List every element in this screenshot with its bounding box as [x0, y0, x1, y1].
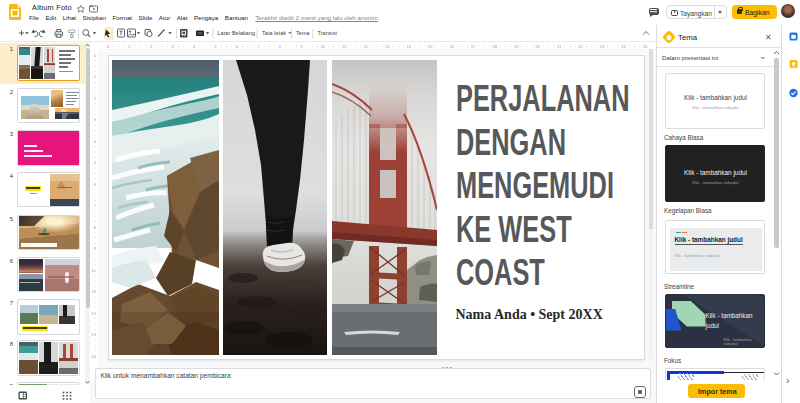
- svg-text:9: 9: [300, 44, 303, 49]
- svg-text:24: 24: [621, 44, 626, 49]
- svg-text:7: 7: [94, 203, 97, 208]
- svg-text:4: 4: [193, 44, 196, 49]
- svg-text:11: 11: [342, 44, 347, 49]
- svg-text:21: 21: [557, 44, 562, 49]
- svg-text:18: 18: [492, 44, 497, 49]
- svg-text:8: 8: [94, 225, 97, 230]
- svg-text:11: 11: [92, 289, 97, 294]
- svg-text:7: 7: [257, 44, 260, 49]
- svg-text:3: 3: [171, 44, 174, 49]
- svg-text:6: 6: [94, 182, 97, 187]
- svg-text:1: 1: [94, 74, 97, 79]
- svg-text:16: 16: [449, 44, 454, 49]
- svg-text:10: 10: [91, 268, 96, 273]
- svg-text:19: 19: [514, 44, 519, 49]
- svg-text:12: 12: [363, 44, 368, 49]
- svg-text:23: 23: [600, 44, 605, 49]
- svg-text:13: 13: [91, 332, 96, 337]
- svg-text:15: 15: [428, 44, 433, 49]
- svg-text:5: 5: [94, 160, 97, 165]
- svg-text:12: 12: [91, 311, 96, 316]
- svg-text:22: 22: [578, 44, 583, 49]
- svg-text:14: 14: [406, 44, 411, 49]
- svg-text:5: 5: [214, 44, 217, 49]
- svg-text:14: 14: [91, 354, 96, 359]
- svg-text:8: 8: [279, 44, 282, 49]
- svg-text:10: 10: [320, 44, 325, 49]
- svg-text:4: 4: [94, 139, 97, 144]
- svg-text:2: 2: [150, 44, 153, 49]
- svg-text:9: 9: [94, 246, 97, 251]
- svg-text:3: 3: [94, 117, 97, 122]
- svg-text:1: 1: [128, 44, 131, 49]
- svg-text:20: 20: [535, 44, 540, 49]
- svg-text:6: 6: [236, 44, 239, 49]
- svg-text:25: 25: [643, 44, 648, 49]
- svg-text:0: 0: [94, 53, 97, 58]
- svg-text:2: 2: [94, 96, 97, 101]
- svg-text:17: 17: [471, 44, 476, 49]
- svg-text:13: 13: [385, 44, 390, 49]
- svg-text:0: 0: [107, 44, 110, 49]
